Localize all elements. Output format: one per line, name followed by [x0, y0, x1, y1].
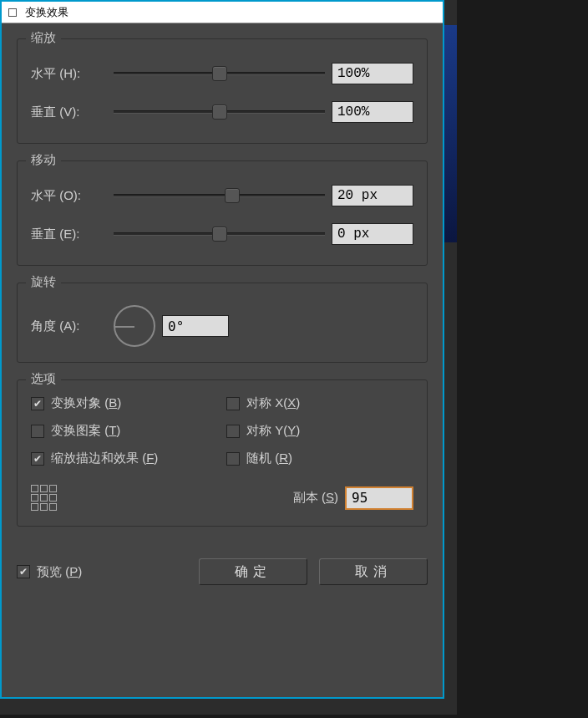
check-label: 缩放描边和效果 (F) — [51, 451, 158, 466]
move-horizontal-row: 水平 (O): — [31, 183, 413, 208]
backdrop-gradient — [444, 25, 457, 242]
copies-label: 副本 (S) — [293, 490, 338, 506]
anchor-point-selector[interactable] — [31, 485, 57, 511]
move-h-thumb[interactable] — [225, 188, 240, 203]
scale-v-slider[interactable] — [114, 110, 325, 114]
check-scale-strokes[interactable]: 缩放描边和效果 (F) — [31, 451, 218, 466]
group-rotate-legend: 旋转 — [26, 274, 61, 290]
checkbox-icon — [31, 452, 44, 466]
move-v-thumb[interactable] — [212, 227, 227, 242]
copies-input[interactable] — [345, 486, 413, 510]
checkbox-icon — [17, 565, 30, 578]
checkbox-icon — [31, 397, 44, 410]
scale-vertical-row: 垂直 (V): — [31, 99, 413, 125]
check-label: 随机 (R) — [246, 451, 292, 466]
ok-button[interactable]: 确定 — [199, 558, 307, 585]
move-vertical-row: 垂直 (E): — [31, 222, 413, 247]
check-label: 变换图案 (T) — [51, 423, 120, 439]
cancel-button[interactable]: 取消 — [319, 558, 428, 585]
scale-v-input[interactable] — [332, 101, 413, 123]
check-transform-objects[interactable]: 变换对象 (B) — [31, 395, 218, 411]
options-bottom-row: 副本 (S) — [31, 485, 413, 511]
scale-v-label: 垂直 (V): — [31, 104, 110, 120]
check-transform-patterns[interactable]: 变换图案 (T) — [31, 423, 218, 439]
scale-horizontal-row: 水平 (H): — [31, 61, 413, 86]
scale-v-thumb[interactable] — [212, 104, 227, 120]
dialog-titlebar[interactable]: 变换效果 — [2, 2, 443, 23]
move-v-input[interactable] — [332, 223, 413, 245]
move-h-input[interactable] — [332, 185, 413, 206]
checkbox-icon — [226, 452, 240, 466]
checkbox-icon — [31, 425, 44, 438]
scale-h-label: 水平 (H): — [31, 66, 110, 82]
transform-effect-dialog: 变换效果 缩放 水平 (H): 垂直 (V): 移动 — [0, 0, 444, 699]
dialog-content: 缩放 水平 (H): 垂直 (V): 移动 水平 (O): — [2, 23, 443, 553]
group-options: 选项 变换对象 (B) 对称 X(X) 变换图案 (T) 对称 Y(Y) — [17, 379, 428, 527]
move-h-slider[interactable] — [114, 194, 325, 197]
check-mirror-x[interactable]: 对称 X(X) — [226, 395, 413, 411]
check-label: 对称 Y(Y) — [246, 423, 300, 439]
group-move-legend: 移动 — [26, 152, 61, 168]
group-options-legend: 选项 — [26, 371, 61, 387]
dialog-footer: 预览 (P) 确定 取消 — [2, 553, 443, 585]
scale-h-slider[interactable] — [114, 72, 325, 75]
group-scale-legend: 缩放 — [26, 30, 61, 46]
window-icon — [8, 8, 17, 17]
checkbox-icon — [226, 397, 240, 410]
check-preview[interactable]: 预览 (P) — [17, 564, 82, 580]
move-h-label: 水平 (O): — [31, 188, 110, 204]
check-label: 预览 (P) — [37, 564, 82, 580]
scale-h-input[interactable] — [332, 63, 413, 84]
rotate-angle-label: 角度 (A): — [31, 318, 110, 334]
move-v-slider[interactable] — [114, 232, 325, 236]
rotate-angle-row: 角度 (A): — [31, 305, 413, 347]
check-label: 变换对象 (B) — [51, 395, 121, 411]
move-v-label: 垂直 (E): — [31, 227, 110, 242]
scale-h-thumb[interactable] — [212, 66, 227, 81]
options-checks: 变换对象 (B) 对称 X(X) 变换图案 (T) 对称 Y(Y) 缩放描边和效… — [31, 395, 413, 466]
group-scale: 缩放 水平 (H): 垂直 (V): — [17, 38, 428, 144]
angle-dial[interactable] — [114, 305, 155, 347]
angle-input[interactable] — [162, 315, 229, 337]
check-mirror-y[interactable]: 对称 Y(Y) — [226, 423, 413, 439]
dialog-title: 变换效果 — [25, 5, 68, 20]
group-rotate: 旋转 角度 (A): — [17, 283, 428, 363]
group-move: 移动 水平 (O): 垂直 (E): — [17, 160, 428, 266]
check-label: 对称 X(X) — [246, 395, 300, 411]
checkbox-icon — [226, 425, 240, 438]
check-random[interactable]: 随机 (R) — [226, 451, 413, 466]
